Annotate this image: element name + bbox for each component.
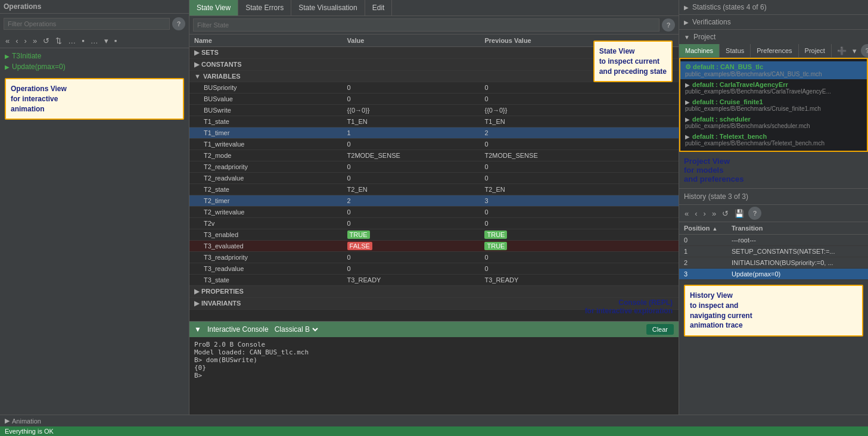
callout-ops-line2: for interactive bbox=[11, 95, 58, 103]
tab-state-errors[interactable]: State Errors bbox=[238, 0, 291, 15]
history-row-1[interactable]: 1SETUP_CONSTANTS(NATSET:=... bbox=[679, 246, 868, 257]
expand-variables[interactable]: ▼ bbox=[194, 73, 201, 80]
animation-section-header[interactable]: ▶ Animation bbox=[0, 415, 868, 426]
table-row[interactable]: BUSvalue00 bbox=[189, 94, 679, 105]
more-button[interactable]: … bbox=[66, 35, 77, 46]
col-position[interactable]: Position bbox=[679, 222, 727, 235]
table-row[interactable]: T1_writevalue00 bbox=[189, 139, 679, 150]
table-row[interactable]: T2_writevalue00 bbox=[189, 207, 679, 218]
expand-sets[interactable]: ▶ bbox=[194, 49, 199, 56]
state-callout-line3: and preceding state bbox=[599, 67, 667, 76]
stats-header[interactable]: ▶ Statistics (states 4 of 6) bbox=[679, 0, 868, 14]
animation-arrow: ▶ bbox=[5, 417, 10, 425]
machine-item-scheduler[interactable]: ▶ default : scheduler public_examples/B/… bbox=[680, 114, 867, 131]
play-cruise[interactable]: ▶ bbox=[685, 99, 690, 105]
proj-tab-machines[interactable]: Machines bbox=[679, 44, 720, 57]
project-header[interactable]: ▼ Project bbox=[679, 30, 868, 44]
nav-prev-button[interactable]: ‹ bbox=[14, 35, 20, 46]
console-toggle[interactable]: ▼ bbox=[194, 325, 201, 334]
dropdown-button[interactable]: ▾ bbox=[102, 35, 110, 46]
sort-button[interactable]: ⇅ bbox=[54, 35, 64, 46]
history-row-2[interactable]: 2INITIALISATION(BUSpriority:=0, ... bbox=[679, 257, 868, 269]
clear-console-button[interactable]: Clear bbox=[646, 324, 674, 335]
hist-help-button[interactable]: ? bbox=[748, 207, 761, 220]
op-arrow-update: ▶ bbox=[5, 64, 10, 70]
col-transition[interactable]: Transition bbox=[727, 222, 868, 235]
table-row[interactable]: T2_readvalue00 bbox=[189, 173, 679, 184]
history-table-container[interactable]: Position Transition 0---root--- 1SETUP_C… bbox=[679, 222, 868, 415]
filter-operations-input[interactable] bbox=[4, 18, 170, 30]
history-header: History (state 3 of 3) bbox=[679, 189, 868, 205]
hist-next-button[interactable]: › bbox=[702, 207, 708, 220]
table-row[interactable]: BUSpriority00 bbox=[189, 82, 679, 94]
op-arrow-t3initiate: ▶ bbox=[5, 53, 10, 60]
proj-tab-status[interactable]: Status bbox=[720, 44, 751, 57]
more2-button[interactable]: … bbox=[89, 35, 100, 46]
table-row[interactable]: T2v00 bbox=[189, 218, 679, 229]
project-section-label: Project bbox=[693, 33, 715, 41]
play-scheduler[interactable]: ▶ bbox=[685, 116, 690, 123]
nav-last-button[interactable]: » bbox=[31, 35, 39, 46]
dropdown-machine-button[interactable]: ▾ bbox=[851, 45, 858, 57]
hist-refresh-button[interactable]: ↺ bbox=[720, 207, 730, 220]
add-machine-button[interactable]: ➕ bbox=[835, 45, 848, 57]
nav-first-button[interactable]: « bbox=[4, 35, 11, 46]
table-row-properties[interactable]: ▶PROPERTIES bbox=[189, 286, 679, 298]
proj-tab-project[interactable]: Project bbox=[799, 44, 832, 57]
play-teletext[interactable]: ▶ bbox=[685, 133, 690, 140]
center-wrapper: Name Value Previous Value ▶SETS ▶CONSTAN… bbox=[189, 35, 679, 321]
expand-constants[interactable]: ▶ bbox=[194, 61, 199, 68]
project-view-label: Project View for models and preferences bbox=[684, 157, 863, 183]
nav-next-button[interactable]: › bbox=[23, 35, 29, 46]
table-row[interactable]: T3_readvalue00 bbox=[189, 263, 679, 275]
machines-help-button[interactable]: ? bbox=[861, 44, 868, 57]
tab-state-visualisation[interactable]: State Visualisation bbox=[291, 0, 365, 15]
tab-edit[interactable]: Edit bbox=[365, 0, 393, 15]
status-bar: Everything is OK bbox=[0, 426, 868, 436]
verif-header[interactable]: ▶ Verifications bbox=[679, 15, 868, 29]
hist-save-button[interactable]: 💾 bbox=[733, 207, 746, 220]
hist-first-button[interactable]: « bbox=[683, 207, 690, 220]
table-row[interactable]: T3_readpriority00 bbox=[189, 252, 679, 263]
machine-item-canbus[interactable]: ⚙ default : CAN_BUS_tlc public_examples/… bbox=[680, 61, 867, 79]
table-row[interactable]: T2_stateT2_ENT2_EN bbox=[189, 184, 679, 195]
history-table: Position Transition 0---root--- 1SETUP_C… bbox=[679, 222, 868, 280]
console-language-select[interactable]: Classical B bbox=[272, 325, 320, 334]
op-item-update[interactable]: ▶ Update(pmax=0) bbox=[0, 61, 189, 72]
history-row-3[interactable]: 3Update(pmax=0) bbox=[679, 269, 868, 280]
history-header-label: History (state 3 of 3) bbox=[684, 192, 748, 201]
square-button[interactable]: ▪ bbox=[113, 35, 119, 46]
hist-last-button[interactable]: » bbox=[710, 207, 718, 220]
table-row[interactable]: T2_modeT2MODE_SENSET2MODE_SENSE bbox=[189, 150, 679, 161]
table-row-t3evaluated[interactable]: T3_evaluated FALSE TRUE bbox=[189, 241, 679, 252]
table-row-t1timer[interactable]: T1_timer12 bbox=[189, 127, 679, 139]
view-button[interactable]: ▪ bbox=[80, 35, 86, 46]
state-filter-help-button[interactable]: ? bbox=[662, 18, 675, 32]
expand-invariants[interactable]: ▶ bbox=[194, 300, 199, 307]
filter-state-input[interactable] bbox=[193, 18, 659, 32]
play-carla[interactable]: ▶ bbox=[685, 82, 690, 88]
proj-tab-preferences[interactable]: Preferences bbox=[751, 44, 798, 57]
col-name: Name bbox=[189, 35, 343, 47]
table-row-t3enabled[interactable]: T3_enabled TRUE TRUE bbox=[189, 229, 679, 241]
expand-properties[interactable]: ▶ bbox=[194, 288, 199, 295]
history-callout-line2: to inspect and bbox=[690, 301, 738, 310]
machine-item-cruise[interactable]: ▶ default : Cruise_finite1 public_exampl… bbox=[680, 96, 867, 114]
machine-item-teletext[interactable]: ▶ default : Teletext_bench public_exampl… bbox=[680, 131, 867, 148]
machine-item-carla[interactable]: ▶ default : CarlaTravelAgencyErr public_… bbox=[680, 79, 867, 96]
op-label-t3initiate: T3Initiate bbox=[12, 52, 41, 60]
table-row[interactable]: T1_stateT1_ENT1_EN bbox=[189, 116, 679, 127]
history-row-0[interactable]: 0---root--- bbox=[679, 235, 868, 246]
refresh-button[interactable]: ↺ bbox=[41, 35, 51, 46]
console-body[interactable]: ProB 2.0 B Console Model loaded: CAN_BUS… bbox=[189, 337, 679, 415]
table-row-t2timer[interactable]: T2_timer23 bbox=[189, 195, 679, 207]
tab-state-view[interactable]: State View bbox=[189, 0, 238, 15]
table-row[interactable]: T2_readpriority00 bbox=[189, 161, 679, 173]
table-row[interactable]: BUSwrite{{0→0}}{{0→0}} bbox=[189, 105, 679, 116]
hist-prev-button[interactable]: ‹ bbox=[693, 207, 699, 220]
history-callout-line3: navigating current bbox=[690, 312, 752, 320]
op-item-t3initiate[interactable]: ▶ T3Initiate bbox=[0, 51, 189, 61]
filter-help-button[interactable]: ? bbox=[172, 17, 185, 30]
table-row[interactable]: T3_stateT3_READYT3_READY bbox=[189, 275, 679, 286]
machine-name-scheduler: default : scheduler bbox=[692, 116, 751, 123]
